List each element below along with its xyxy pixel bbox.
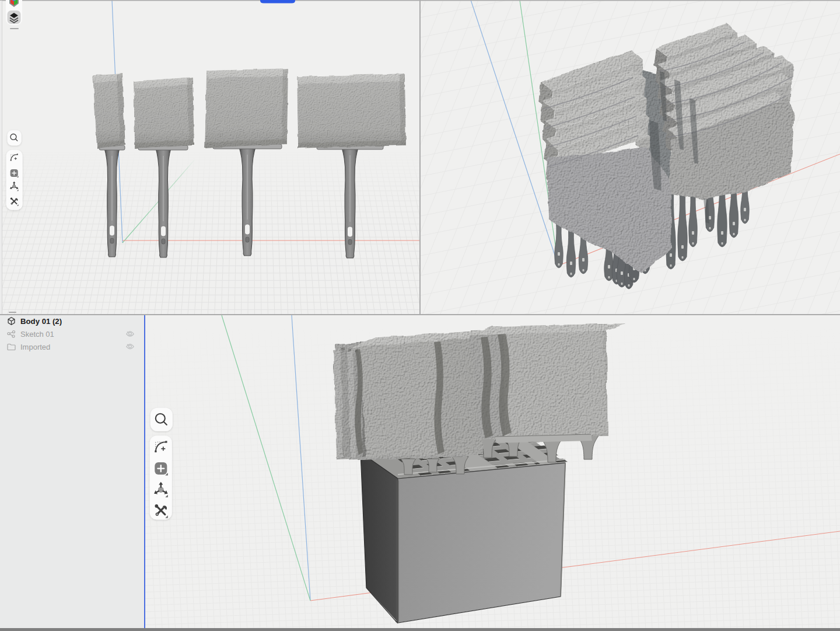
svg-text:Imported: Imported	[20, 343, 50, 351]
svg-text:Body 01 (2): Body 01 (2)	[20, 317, 62, 326]
svg-text:Sketch 01: Sketch 01	[20, 330, 54, 339]
